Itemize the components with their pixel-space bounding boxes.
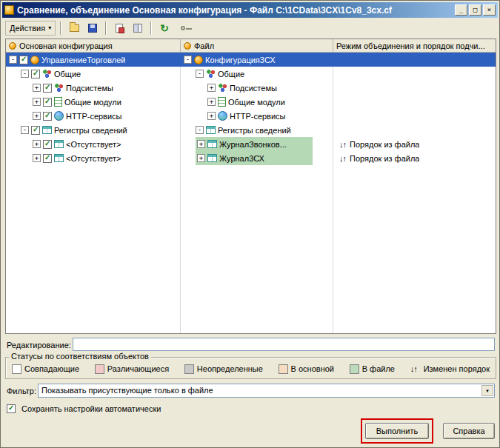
table-row[interactable]: + ✓ HTTP-сервисы + HTTP-сервисы [6, 109, 496, 123]
expand-toggle[interactable]: - [196, 70, 204, 78]
information-register-icon [206, 126, 216, 134]
include-checkbox[interactable]: ✓ [43, 140, 52, 149]
include-checkbox[interactable]: ✓ [43, 112, 52, 121]
table-row[interactable]: + ✓ <Отсутствует> + ЖурналЗвонков... ↓↑ … [6, 137, 496, 151]
autosave-label: Сохранять настройки автоматически [21, 404, 161, 413]
save-button[interactable] [84, 21, 101, 36]
column-header-label: Основная конфигурация [19, 41, 113, 50]
include-checkbox[interactable]: ✓ [43, 98, 52, 107]
titlebar: Сравнение, объединение Основная конфигур… [2, 2, 498, 18]
node-label: Общие модули [228, 98, 285, 107]
expand-toggle[interactable]: + [33, 112, 41, 120]
information-register-icon [207, 154, 217, 162]
http-services-icon [218, 111, 227, 121]
expand-toggle[interactable]: - [9, 56, 17, 64]
table-row[interactable]: - ✓ Общие - Общие [6, 67, 496, 81]
compare-report-button[interactable] [111, 21, 127, 36]
autosave-checkbox-row[interactable]: ✓ Сохранять настройки автоматически [7, 404, 161, 413]
subsystems-icon [54, 83, 64, 93]
file-only-highlight: + ЖурналЗвонков... [196, 137, 313, 151]
expand-toggle[interactable]: + [197, 154, 205, 162]
legend-item-undefined: Неопределенные [184, 364, 263, 374]
open-folder-icon [70, 24, 79, 32]
maximize-button[interactable]: □ [469, 4, 481, 16]
column-header-merge-mode[interactable]: Режим объединения и порядок подчи... [333, 39, 496, 52]
expand-toggle[interactable]: - [21, 70, 29, 78]
common-objects-icon [206, 69, 216, 78]
open-folder-button[interactable] [66, 21, 82, 36]
expand-toggle[interactable]: - [196, 126, 204, 134]
expand-toggle[interactable]: + [197, 140, 205, 148]
legend-label: Изменен порядок [424, 364, 490, 373]
expand-toggle[interactable]: + [33, 84, 41, 92]
expand-toggle[interactable]: + [207, 84, 216, 92]
information-register-icon [54, 154, 64, 162]
configuration-icon [194, 56, 203, 64]
information-register-icon [54, 140, 64, 148]
information-register-icon [42, 126, 52, 134]
common-objects-icon [42, 69, 52, 78]
legend-label: Совпадающие [24, 364, 79, 373]
expand-toggle[interactable]: + [33, 154, 41, 162]
undefined-swatch [184, 364, 194, 374]
editing-input[interactable] [73, 338, 495, 351]
include-checkbox[interactable]: ✓ [31, 70, 40, 78]
column-header-main-config[interactable]: Основная конфигурация [6, 39, 181, 52]
node-label: Общие [54, 70, 81, 78]
legend-item-in-main: В основной [279, 364, 334, 374]
in-main-swatch [279, 364, 288, 374]
table-row[interactable]: + ✓ <Отсутствует> + Журнал3СХ ↓↑ Порядок… [6, 151, 496, 165]
node-label: Общие модули [64, 98, 121, 107]
expand-toggle[interactable]: - [184, 56, 192, 64]
include-checkbox[interactable]: ✓ [43, 84, 52, 93]
key-icon [181, 26, 185, 30]
toolbar-separator [105, 21, 107, 35]
expand-toggle[interactable]: + [33, 140, 41, 148]
include-checkbox[interactable]: ✓ [31, 126, 40, 135]
refresh-button[interactable]: ↻ [156, 21, 173, 36]
autosave-checkbox[interactable]: ✓ [7, 404, 16, 413]
legend-label: Неопределенные [197, 364, 263, 373]
expand-toggle[interactable]: + [207, 98, 216, 106]
matching-swatch [12, 364, 21, 374]
chevron-down-icon[interactable]: ▾ [481, 385, 493, 396]
legend-item-in-file: В файле [350, 364, 395, 374]
filter-dropdown[interactable]: Показывать присутствующие только в файле… [38, 384, 495, 398]
save-icon [88, 24, 97, 33]
comparison-tree: Основная конфигурация Файл Режим объедин… [5, 39, 496, 334]
merge-mode-label: Порядок из файла [350, 154, 419, 163]
execute-button[interactable]: Выполнить [365, 423, 429, 439]
include-checkbox[interactable]: ✓ [19, 56, 28, 64]
table-row[interactable]: + ✓ Общие модули + Общие модули [6, 95, 496, 109]
close-button[interactable]: × [483, 4, 496, 16]
legend-label: В основной [291, 364, 334, 373]
common-modules-icon [54, 97, 62, 107]
help-button[interactable]: Справка [443, 423, 495, 439]
chevron-down-icon: ▾ [48, 24, 51, 31]
in-file-swatch [350, 364, 359, 374]
column-header-file[interactable]: Файл [181, 39, 333, 52]
node-label: Подсистемы [66, 84, 113, 93]
key-button[interactable] [175, 21, 191, 36]
file-only-highlight: + Журнал3СХ [196, 151, 313, 165]
node-label: HTTP-сервисы [230, 112, 286, 121]
node-label: Журнал3СХ [219, 154, 264, 163]
filter-value: Показывать присутствующие только в файле [41, 386, 479, 395]
table-row[interactable]: - ✓ Регистры сведений - Регистры сведени… [6, 123, 496, 137]
statuses-groupbox: Статусы по соответствиям объектов Совпад… [5, 357, 496, 379]
columns-button[interactable] [130, 21, 146, 36]
table-row[interactable]: + ✓ Подсистемы + Подсистемы [6, 81, 496, 95]
legend-item-order-changed: ↓↑ Изменен порядок [410, 364, 490, 373]
expand-toggle[interactable]: - [21, 126, 29, 134]
table-row[interactable]: - ✓ УправлениеТорговлей - Конфигурация3С… [6, 53, 496, 67]
order-changed-icon: ↓↑ [339, 154, 346, 163]
expand-toggle[interactable]: + [33, 98, 41, 106]
app-icon [4, 5, 14, 15]
include-checkbox[interactable]: ✓ [43, 154, 52, 163]
actions-menu-button[interactable]: Действия ▾ [5, 21, 56, 36]
minimize-button[interactable]: _ [455, 4, 467, 16]
order-changed-icon: ↓↑ [410, 364, 417, 373]
actions-label: Действия [10, 24, 45, 33]
status-legend: Совпадающие Различающиеся Неопределенные… [6, 358, 496, 378]
expand-toggle[interactable]: + [207, 112, 216, 120]
